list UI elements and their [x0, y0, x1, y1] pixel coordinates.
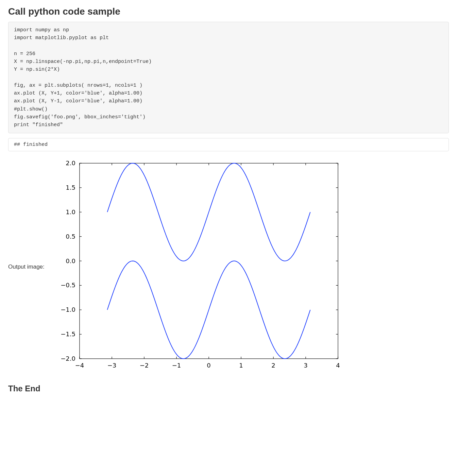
- svg-text:2.0: 2.0: [66, 159, 75, 167]
- code-block: import numpy as np import matplotlib.pyp…: [8, 22, 449, 133]
- svg-text:4: 4: [336, 362, 340, 369]
- svg-text:0.5: 0.5: [66, 233, 75, 240]
- svg-text:−1.0: −1.0: [61, 306, 75, 313]
- svg-text:0: 0: [207, 362, 210, 369]
- svg-text:−1: −1: [172, 362, 181, 369]
- svg-text:−4: −4: [75, 362, 84, 369]
- line-chart: −4−3−2−101234−2.0−1.5−1.0−0.50.00.51.01.…: [47, 158, 353, 376]
- page-title: Call python code sample: [8, 6, 449, 17]
- svg-text:−2: −2: [140, 362, 149, 369]
- svg-text:0.0: 0.0: [66, 257, 75, 265]
- footer-heading: The End: [8, 384, 449, 393]
- svg-text:−1.5: −1.5: [61, 330, 75, 338]
- output-text-block: ## finished: [8, 138, 449, 151]
- figure-row: Output image: −4−3−2−101234−2.0−1.5−1.0−…: [8, 158, 449, 376]
- svg-text:−2.0: −2.0: [61, 355, 75, 362]
- svg-text:1.5: 1.5: [66, 184, 75, 191]
- svg-text:−3: −3: [107, 362, 117, 369]
- svg-text:−0.5: −0.5: [61, 282, 75, 289]
- svg-text:3: 3: [304, 362, 307, 369]
- svg-text:1: 1: [239, 362, 243, 369]
- svg-text:2: 2: [271, 362, 275, 369]
- svg-rect-0: [80, 163, 338, 359]
- chart-container: −4−3−2−101234−2.0−1.5−1.0−0.50.00.51.01.…: [47, 158, 353, 376]
- svg-text:1.0: 1.0: [66, 208, 75, 216]
- output-image-label: Output image:: [8, 264, 45, 270]
